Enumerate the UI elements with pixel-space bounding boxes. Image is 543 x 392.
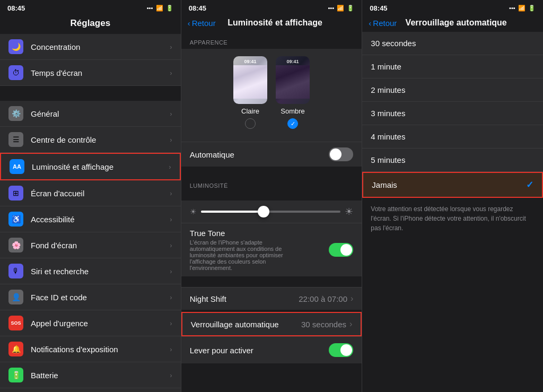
luminosite-label: Luminosité et affichage (32, 162, 169, 171)
lock-item-jamais[interactable]: Jamais ✓ (362, 172, 543, 198)
auto-lock-label: Verrouillage automatique (191, 320, 279, 329)
item-exposition[interactable]: 🔔 Notifications d'exposition › (0, 336, 181, 362)
item-urgence[interactable]: SOS Appel d'urgence › (0, 310, 181, 336)
item-faceid[interactable]: 👤 Face ID et code › (0, 284, 181, 310)
urgence-icon: SOS (8, 316, 23, 330)
chevron-general: › (170, 110, 172, 118)
lock-item-3min[interactable]: 3 minutes (362, 102, 543, 125)
section-top: 🌙 Concentration › ⏱ Temps d'écran › (0, 34, 181, 86)
panel2-content: APPARENCE 09:41 Claire 09:41 Sombre (181, 32, 362, 392)
siri-icon: 🎙 (8, 264, 23, 278)
lock-item-1min[interactable]: 1 minute (362, 55, 543, 79)
panel-verrouillage: 08:45 ▪▪▪ 📶 🔋 ‹ Retour Verrouillage auto… (362, 0, 543, 392)
radio-sombre[interactable] (287, 118, 298, 129)
signal-icon-3: ▪▪▪ (509, 5, 515, 11)
auto-lock-right: 30 secondes › (301, 319, 352, 329)
time-2: 08:45 (189, 4, 206, 12)
lock-item-2min[interactable]: 2 minutes (362, 79, 543, 102)
temps-ecran-label: Temps d'écran (31, 68, 170, 77)
night-shift-value: 22:00 à 07:00 (299, 294, 347, 303)
battery-icon-2: 🔋 (347, 5, 354, 12)
brightness-slider[interactable] (201, 211, 341, 213)
attention-notice: Votre attention est détectée lorsque vou… (362, 198, 543, 239)
item-confidentialite[interactable]: 🖐 Confidentialité › (0, 388, 181, 392)
chevron-centre-controle: › (170, 136, 172, 144)
lever-row: Lever pour activer (181, 336, 362, 363)
centre-controle-icon: ☰ (8, 132, 23, 147)
nav-title-2: Luminosité et affichage (216, 18, 335, 28)
status-icons-1: ▪▪▪ 📶 🔋 (147, 5, 173, 12)
night-shift-right: 22:00 à 07:00 › (299, 294, 353, 303)
item-ecran-accueil[interactable]: ⊞ Écran d'accueil › (0, 180, 181, 206)
status-bar-1: 08:45 ▪▪▪ 📶 🔋 (0, 0, 181, 15)
back-label-2: Retour (192, 19, 216, 28)
item-temps-ecran[interactable]: ⏱ Temps d'écran › (0, 60, 181, 86)
night-shift-row[interactable]: Night Shift 22:00 à 07:00 › (181, 287, 362, 310)
option-sombre[interactable]: 09:41 Sombre (276, 56, 310, 129)
item-accessibilite[interactable]: ♿ Accessibilité › (0, 206, 181, 232)
wifi-icon-2: 📶 (337, 5, 344, 12)
lock-label-30sec: 30 secondes (371, 39, 416, 48)
appearance-options: 09:41 Claire 09:41 Sombre (190, 56, 354, 129)
lock-label-5min: 5 minutes (371, 155, 405, 164)
chevron-siri: › (170, 267, 172, 275)
chevron-ecran-accueil: › (170, 189, 172, 197)
status-bar-2: 08:45 ▪▪▪ 📶 🔋 (181, 0, 362, 15)
concentration-icon: 🌙 (8, 39, 23, 54)
item-general[interactable]: ⚙️ Général › (0, 101, 181, 127)
concentration-label: Concentration (31, 42, 170, 51)
slider-row: ☀ ☀ (181, 201, 362, 223)
chevron-faceid: › (170, 293, 172, 301)
lock-label-4min: 4 minutes (371, 132, 405, 141)
gap-lum (181, 167, 362, 175)
exposition-label: Notifications d'exposition (31, 345, 170, 354)
batterie-icon: 🔋 (8, 368, 23, 382)
back-label-3: Retour (373, 19, 397, 28)
item-concentration[interactable]: 🌙 Concentration › (0, 34, 181, 60)
general-icon: ⚙️ (8, 106, 23, 121)
fond-ecran-icon: 🌸 (8, 238, 23, 252)
auto-toggle[interactable] (329, 147, 353, 161)
accessibilite-icon: ♿ (8, 212, 23, 227)
option-claire[interactable]: 09:41 Claire (233, 56, 267, 129)
back-button-2[interactable]: ‹ Retour (188, 19, 216, 28)
back-button-3[interactable]: ‹ Retour (369, 19, 397, 28)
status-icons-3: ▪▪▪ 📶 🔋 (509, 5, 536, 12)
item-batterie[interactable]: 🔋 Batterie › (0, 362, 181, 388)
auto-lock-row[interactable]: Verrouillage automatique 30 secondes › (181, 312, 362, 336)
accessibilite-label: Accessibilité (31, 215, 170, 224)
lock-label-1min: 1 minute (371, 62, 401, 71)
faceid-icon: 👤 (8, 290, 23, 304)
item-fond-ecran[interactable]: 🌸 Fond d'écran › (0, 232, 181, 258)
true-tone-left: True Tone L'écran de l'iPhone s'adapte a… (190, 229, 306, 271)
section-main: ⚙️ Général › ☰ Centre de contrôle › AA L… (0, 101, 181, 392)
claire-time: 09:41 (233, 56, 267, 64)
slider-fill (201, 211, 264, 213)
signal-icon-2: ▪▪▪ (328, 5, 335, 11)
radio-claire[interactable] (245, 118, 256, 129)
lever-toggle[interactable] (329, 343, 353, 357)
time-1: 08:45 (7, 4, 25, 12)
item-luminosite[interactable]: AA Luminosité et affichage › (0, 153, 181, 180)
item-centre-controle[interactable]: ☰ Centre de contrôle › (0, 127, 181, 153)
item-siri[interactable]: 🎙 Siri et recherche › (0, 258, 181, 284)
battery-icon: 🔋 (166, 5, 173, 12)
wifi-icon: 📶 (156, 5, 163, 12)
section-label-apparence: APPARENCE (181, 32, 362, 49)
night-shift-label: Night Shift (190, 294, 226, 303)
lock-label-jamais: Jamais (372, 180, 397, 189)
chevron-auto-lock: › (349, 319, 352, 329)
lock-item-4min[interactable]: 4 minutes (362, 125, 543, 149)
lock-item-30sec[interactable]: 30 secondes (362, 32, 543, 55)
true-tone-toggle[interactable] (329, 243, 353, 257)
battery-icon-3: 🔋 (528, 5, 536, 12)
lock-list: 30 secondes 1 minute 2 minutes 3 minutes… (362, 32, 543, 198)
lever-label: Lever pour activer (190, 346, 253, 355)
panel1-title: Réglages (0, 15, 181, 34)
nav-bar-2: ‹ Retour Luminosité et affichage (181, 15, 362, 32)
lock-label-3min: 3 minutes (371, 109, 405, 118)
ecran-accueil-label: Écran d'accueil (31, 189, 170, 198)
luminosite-icon: AA (10, 159, 24, 174)
lock-item-5min[interactable]: 5 minutes (362, 149, 543, 172)
sun-large-icon: ☀ (345, 206, 353, 217)
